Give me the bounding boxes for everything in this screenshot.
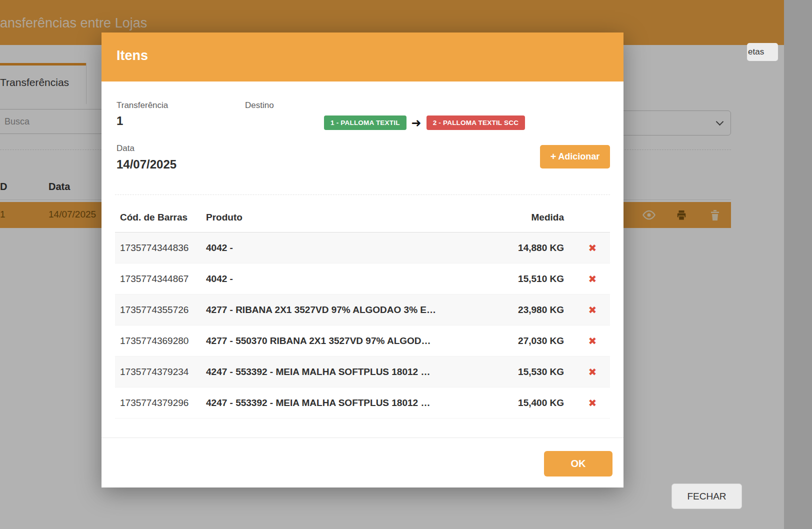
measure-cell: 15,510 KG <box>505 274 575 284</box>
modal-footer: OK <box>102 438 624 488</box>
adicionar-button[interactable]: + Adicionar <box>540 145 610 168</box>
item-row: 1735774379296 4247 - 553392 - MEIA MALHA… <box>115 388 610 418</box>
header-measure: Medida <box>505 212 575 223</box>
measure-cell: 15,530 KG <box>505 366 575 378</box>
destino-label: Destino <box>245 100 274 110</box>
etiquetas-button[interactable]: etas <box>747 43 778 61</box>
delete-item-button[interactable]: ✖ <box>575 335 610 347</box>
barcode-cell: 1735774379234 <box>115 366 206 378</box>
itens-modal: Itens Transferência 1 Data 14/07/2025 De… <box>102 32 624 488</box>
origin-store-badge: 1 - PALLOMA TEXTIL <box>324 116 406 130</box>
product-cell: 4042 - <box>206 242 505 254</box>
measure-cell: 15,400 KG <box>505 398 575 408</box>
product-cell: 4247 - 553392 - MEIA MALHA SOFTPLUS 1801… <box>206 398 505 408</box>
transfer-route: 1 - PALLOMA TEXTIL ➜ 2 - PALLOMA TEXTIL … <box>324 116 525 130</box>
barcode-cell: 1735774344836 <box>115 242 206 254</box>
product-cell: 4247 - 553392 - MEIA MALHA SOFTPLUS 1801… <box>206 366 505 378</box>
measure-cell: 14,880 KG <box>505 242 575 254</box>
etiquetas-label: etas <box>748 47 764 57</box>
product-cell: 4277 - RIBANA 2X1 3527VD 97% ALGODAO 3% … <box>206 304 505 316</box>
item-row: 1735774369280 4277 - 550370 RIBANA 2X1 3… <box>115 326 610 356</box>
item-row: 1735774379234 4247 - 553392 - MEIA MALHA… <box>115 356 610 388</box>
measure-cell: 27,030 KG <box>505 336 575 346</box>
modal-title: Itens <box>116 48 148 64</box>
items-table-header: Cód. de Barras Produto Medida <box>115 202 610 232</box>
items-table: Cód. de Barras Produto Medida 1735774344… <box>115 202 610 418</box>
delete-item-button[interactable]: ✖ <box>575 273 610 285</box>
transfer-label: Transferência <box>116 100 168 110</box>
delete-item-button[interactable]: ✖ <box>575 366 610 378</box>
modal-divider <box>115 194 610 195</box>
ok-button[interactable]: OK <box>544 451 612 476</box>
header-product: Produto <box>206 212 505 223</box>
item-row: 1735774355726 4277 - RIBANA 2X1 3527VD 9… <box>115 294 610 326</box>
item-row: 1735774344836 4042 - 14,880 KG ✖ <box>115 232 610 264</box>
modal-header: Itens <box>102 32 624 82</box>
barcode-cell: 1735774379296 <box>115 398 206 408</box>
date-value: 14/07/2025 <box>116 158 176 172</box>
adicionar-label: Adicionar <box>558 152 600 162</box>
destination-store-badge: 2 - PALLOMA TEXTIL SCC <box>426 116 525 130</box>
header-barcode: Cód. de Barras <box>115 212 206 223</box>
barcode-cell: 1735774355726 <box>115 304 206 316</box>
item-row: 1735774344867 4042 - 15,510 KG ✖ <box>115 264 610 294</box>
date-label: Data <box>116 144 134 154</box>
delete-item-button[interactable]: ✖ <box>575 242 610 254</box>
measure-cell: 23,980 KG <box>505 304 575 316</box>
plus-icon: + <box>550 151 556 162</box>
barcode-cell: 1735774369280 <box>115 336 206 346</box>
barcode-cell: 1735774344867 <box>115 274 206 284</box>
fechar-button[interactable]: FECHAR <box>672 484 742 509</box>
product-cell: 4042 - <box>206 274 505 284</box>
delete-item-button[interactable]: ✖ <box>575 304 610 316</box>
fechar-label: FECHAR <box>687 491 726 502</box>
arrow-right-icon: ➜ <box>412 117 422 129</box>
product-cell: 4277 - 550370 RIBANA 2X1 3527VD 97% ALGO… <box>206 336 505 346</box>
transfer-value: 1 <box>116 114 123 128</box>
delete-item-button[interactable]: ✖ <box>575 397 610 409</box>
screen: ansferências entre Lojas Transferências … <box>0 0 812 529</box>
